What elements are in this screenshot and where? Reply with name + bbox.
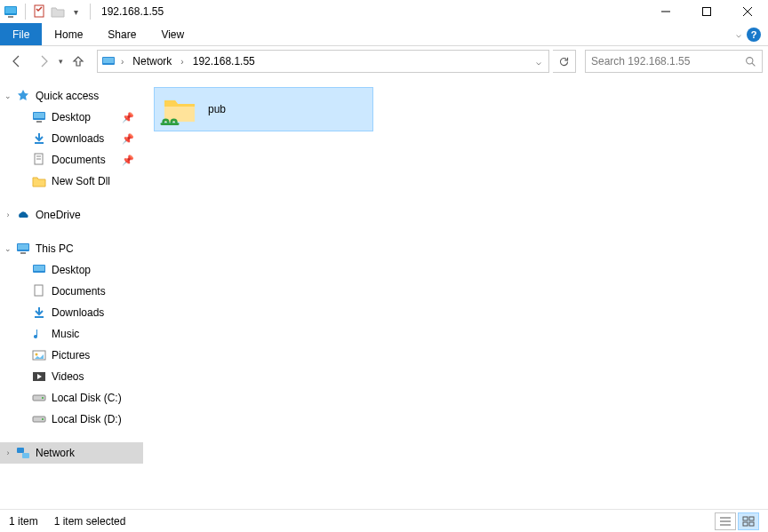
pin-icon: 📌 (122, 112, 134, 123)
app-icon (4, 4, 18, 19)
tree-item-desktop[interactable]: Desktop (0, 259, 143, 281)
tree-label: OneDrive (36, 209, 81, 221)
search-input[interactable] (591, 55, 745, 67)
tree-label: Local Disk (C:) (52, 392, 122, 404)
window-title: 192.168.1.55 (101, 5, 164, 18)
tree-label: Downloads (52, 132, 104, 145)
svg-rect-23 (35, 285, 43, 296)
disk-icon (32, 391, 46, 405)
tree-this-pc[interactable]: ⌄ This PC (0, 238, 143, 259)
svg-rect-5 (703, 8, 711, 16)
tree-item-documents[interactable]: Documents 📌 (0, 149, 143, 171)
svg-point-30 (42, 418, 44, 420)
svg-rect-38 (743, 522, 748, 526)
chevron-down-icon[interactable]: ⌄ (4, 91, 12, 100)
folder-item[interactable]: pub (154, 87, 373, 131)
chevron-right-icon[interactable]: › (117, 57, 127, 67)
quick-access-toolbar: ▾ (4, 4, 98, 20)
breadcrumb-segment[interactable]: Network (127, 51, 177, 72)
tree-label: Documents (52, 154, 106, 166)
ribbon-tab-view[interactable]: View (148, 23, 196, 45)
tree-quick-access[interactable]: ⌄ Quick access (0, 85, 143, 107)
chevron-right-icon[interactable]: › (177, 57, 187, 67)
breadcrumb-segment[interactable]: 192.168.1.55 (188, 51, 260, 72)
item-view[interactable]: pub (143, 76, 768, 509)
tree-item-videos[interactable]: Videos (0, 366, 143, 387)
svg-line-11 (752, 63, 755, 66)
address-bar[interactable]: › Network › 192.168.1.55 ⌵ (97, 50, 549, 73)
svg-rect-2 (8, 16, 13, 18)
back-button[interactable] (5, 50, 28, 73)
downloads-icon (32, 131, 46, 146)
title-bar: ▾ 192.168.1.55 (0, 0, 768, 23)
tree-label: Local Disk (D:) (52, 413, 122, 425)
documents-icon (32, 284, 46, 298)
music-icon (32, 327, 46, 341)
close-button[interactable] (727, 0, 768, 23)
tree-item-music[interactable]: Music (0, 323, 143, 345)
help-icon[interactable]: ? (747, 28, 761, 42)
address-dropdown-icon[interactable]: ⌵ (531, 57, 547, 67)
this-pc-icon (16, 242, 30, 256)
refresh-button[interactable] (553, 50, 576, 73)
folder-icon (32, 174, 46, 188)
maximize-button[interactable] (686, 0, 727, 23)
navigation-pane[interactable]: ⌄ Quick access Desktop 📌 Downloads 📌 Doc… (0, 76, 143, 509)
ribbon-tab-share[interactable]: Share (95, 23, 148, 45)
chevron-right-icon[interactable]: › (4, 449, 12, 457)
tree-network[interactable]: › Network (0, 442, 143, 464)
svg-rect-9 (103, 58, 114, 63)
chevron-down-icon[interactable]: ⌄ (4, 244, 12, 253)
tree-item-desktop[interactable]: Desktop 📌 (0, 107, 143, 128)
tree-item-pictures[interactable]: Pictures (0, 345, 143, 366)
search-box[interactable] (585, 50, 763, 73)
large-icons-view-button[interactable] (738, 512, 759, 530)
quick-access-icon (16, 89, 30, 103)
ribbon-tab-home[interactable]: Home (42, 23, 95, 45)
downloads-icon (32, 306, 46, 320)
separator (90, 4, 91, 20)
pin-icon: 📌 (122, 155, 134, 166)
network-icon (16, 446, 30, 460)
tree-item-disk-c[interactable]: Local Disk (C:) (0, 387, 143, 409)
shared-folder-icon (162, 91, 197, 127)
ribbon-collapse-icon[interactable]: ⌵ (736, 29, 741, 39)
tree-item-downloads[interactable]: Downloads (0, 302, 143, 323)
details-view-button[interactable] (715, 512, 736, 530)
chevron-right-icon[interactable]: › (4, 210, 12, 219)
svg-rect-36 (743, 517, 748, 520)
status-selected-count: 1 item selected (54, 515, 126, 528)
tree-item-downloads[interactable]: Downloads 📌 (0, 128, 143, 149)
tree-item-disk-d[interactable]: Local Disk (D:) (0, 409, 143, 430)
tree-label: Downloads (52, 306, 104, 319)
svg-rect-1 (5, 7, 16, 13)
svg-rect-19 (18, 244, 28, 250)
svg-rect-37 (749, 517, 754, 520)
desktop-icon (32, 263, 46, 277)
tree-label: New Soft Dll (52, 175, 110, 187)
tree-label: Desktop (52, 111, 91, 123)
item-name: pub (208, 103, 226, 115)
ribbon-tab-file[interactable]: File (0, 23, 42, 45)
svg-rect-20 (20, 252, 26, 254)
search-icon (745, 56, 756, 67)
tree-item-documents[interactable]: Documents (0, 281, 143, 302)
tree-onedrive[interactable]: › OneDrive (0, 204, 143, 226)
status-item-count: 1 item (9, 515, 38, 528)
svg-rect-3 (35, 5, 44, 17)
disk-icon (32, 412, 46, 426)
tree-label: This PC (36, 242, 74, 255)
minimize-button[interactable] (645, 0, 686, 23)
status-bar: 1 item 1 item selected (0, 509, 768, 532)
properties-icon[interactable] (33, 4, 47, 19)
svg-point-28 (42, 397, 44, 399)
forward-button[interactable] (32, 50, 55, 73)
up-button[interactable] (67, 50, 90, 73)
tree-item-folder[interactable]: New Soft Dll (0, 171, 143, 192)
tree-label: Pictures (52, 349, 90, 361)
new-folder-icon[interactable] (51, 4, 65, 19)
recent-locations-icon[interactable]: ▾ (59, 57, 63, 66)
tree-label: Desktop (52, 264, 91, 276)
qat-dropdown-icon[interactable]: ▾ (68, 4, 83, 19)
explorer-body: ⌄ Quick access Desktop 📌 Downloads 📌 Doc… (0, 76, 768, 509)
